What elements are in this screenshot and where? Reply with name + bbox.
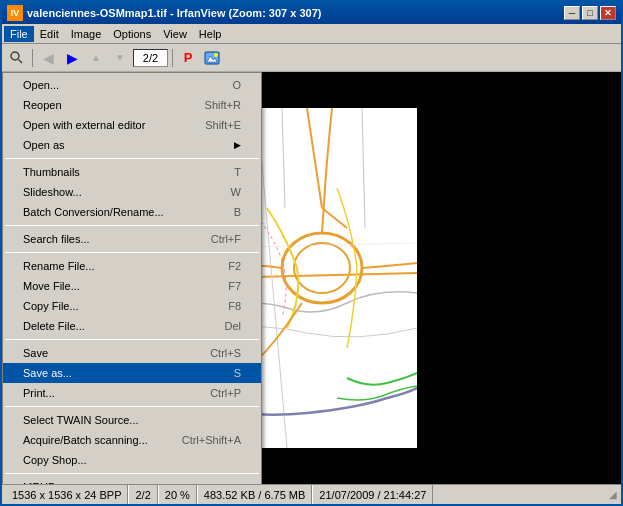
page-input[interactable] [133,49,168,67]
next-btn[interactable]: ▶ [61,47,83,69]
prev-btn[interactable]: ◀ [37,47,59,69]
file-dropdown-menu: Open... O Reopen Shift+R Open with exter… [2,72,262,484]
properties-btn[interactable]: P [177,47,199,69]
maximize-button[interactable]: □ [582,6,598,20]
close-button[interactable]: ✕ [600,6,616,20]
menu-search[interactable]: Search files... Ctrl+F [3,229,261,249]
sep-3 [5,252,259,253]
toolbar: ◀ ▶ ▲ ▼ P [2,44,621,72]
title-bar-buttons: ─ □ ✕ [564,6,616,20]
menu-print[interactable]: Print... Ctrl+P [3,383,261,403]
menu-open-external[interactable]: Open with external editor Shift+E [3,115,261,135]
extra-btn[interactable] [201,47,223,69]
sep-1 [5,158,259,159]
status-datetime: 21/07/2009 / 21:44:27 [312,485,433,504]
status-page: 2/2 [128,485,157,504]
menu-reopen[interactable]: Reopen Shift+R [3,95,261,115]
menu-rename[interactable]: Rename File... F2 [3,256,261,276]
menu-save[interactable]: Save Ctrl+S [3,343,261,363]
menu-file[interactable]: File [4,26,34,42]
sep-4 [5,339,259,340]
last-btn[interactable]: ▼ [109,47,131,69]
toolbar-sep-2 [172,49,173,67]
content-area: Open... O Reopen Shift+R Open with exter… [2,72,621,484]
status-filesize: 483.52 KB / 6.75 MB [197,485,313,504]
status-bar: 1536 x 1536 x 24 BPP 2/2 20 % 483.52 KB … [2,484,621,504]
menu-save-as[interactable]: Save as... S [3,363,261,383]
menu-copyshop[interactable]: Copy Shop... [3,450,261,470]
menu-help[interactable]: Help [193,26,228,42]
title-bar-left: IV valenciennes-OSMmap1.tif - IrfanView … [7,5,321,21]
menu-delete[interactable]: Delete File... Del [3,316,261,336]
menu-view[interactable]: View [157,26,193,42]
sep-2 [5,225,259,226]
menu-acquire[interactable]: Acquire/Batch scanning... Ctrl+Shift+A [3,430,261,450]
menu-open-as[interactable]: Open as ▶ [3,135,261,155]
image-info-icon [204,51,220,65]
menu-image[interactable]: Image [65,26,108,42]
menu-twain[interactable]: Select TWAIN Source... [3,410,261,430]
app-icon: IV [7,5,23,21]
svg-point-0 [11,52,19,60]
main-window: IV valenciennes-OSMmap1.tif - IrfanView … [0,0,623,506]
menu-slideshow[interactable]: Slideshow... W [3,182,261,202]
menu-thumbnails[interactable]: Thumbnails T [3,162,261,182]
search-toolbar-btn[interactable] [6,47,28,69]
window-title: valenciennes-OSMmap1.tif - IrfanView (Zo… [27,7,321,19]
menu-copy[interactable]: Copy File... F8 [3,296,261,316]
resize-grip: ◢ [609,489,617,500]
menu-mruds[interactable]: MRUDs... ▶ [3,477,261,484]
menu-edit[interactable]: Edit [34,26,65,42]
minimize-button[interactable]: ─ [564,6,580,20]
menu-move[interactable]: Move File... F7 [3,276,261,296]
menu-options[interactable]: Options [107,26,157,42]
menu-open[interactable]: Open... O [3,75,261,95]
status-dimensions: 1536 x 1536 x 24 BPP [6,485,128,504]
svg-line-1 [19,59,23,63]
toolbar-sep-1 [32,49,33,67]
sep-6 [5,473,259,474]
sep-5 [5,406,259,407]
first-btn[interactable]: ▲ [85,47,107,69]
status-zoom: 20 % [158,485,197,504]
svg-point-4 [214,53,218,57]
title-bar: IV valenciennes-OSMmap1.tif - IrfanView … [2,2,621,24]
menu-bar: File Edit Image Options View Help [2,24,621,44]
search-icon [9,50,25,66]
menu-batch[interactable]: Batch Conversion/Rename... B [3,202,261,222]
